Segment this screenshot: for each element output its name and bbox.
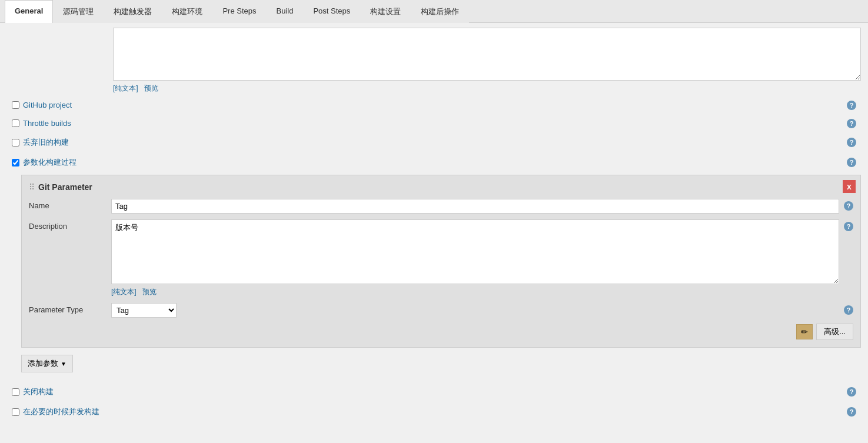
parameterize-build-help-icon[interactable]: ? (847, 158, 856, 167)
param-type-row: Parameter Type Tag Branch Revision Branc… (29, 303, 853, 318)
discard-old-label[interactable]: 丢弃旧的构建 (23, 137, 69, 148)
advanced-button[interactable]: 高级... (816, 324, 853, 340)
parameterize-build-checkbox[interactable] (12, 159, 19, 166)
git-parameter-close-button[interactable]: x (843, 180, 856, 193)
bottom-checkboxes: 关闭构建 ? 在必要的时候并发构建 ? (7, 382, 861, 422)
tab-post-build[interactable]: 构建后操作 (411, 0, 469, 23)
parameterize-build-label[interactable]: 参数化构建过程 (23, 157, 77, 168)
description-textarea[interactable] (111, 219, 839, 284)
param-type-field-wrap: Tag Branch Revision Branch or Tag (111, 303, 839, 318)
description-label: Description (29, 219, 111, 231)
git-parameter-header: ⠿ Git Parameter (29, 182, 853, 192)
github-project-label[interactable]: GitHub project (23, 101, 72, 109)
checkbox-row-parameterize: 参数化构建过程 ? (7, 152, 861, 172)
param-type-label: Parameter Type (29, 303, 111, 314)
close-build-help-icon[interactable]: ? (847, 387, 856, 397)
add-param-button[interactable]: 添加参数 ▼ (21, 355, 73, 372)
drag-handle-icon: ⠿ (29, 182, 35, 192)
tab-pre-steps[interactable]: Pre Steps (212, 0, 266, 23)
tab-build-triggers[interactable]: 构建触发器 (104, 0, 162, 23)
top-plain-text-link[interactable]: [纯文本] (113, 84, 138, 92)
close-build-label[interactable]: 关闭构建 (23, 387, 54, 397)
checkbox-row-github: GitHub project ? (7, 96, 861, 114)
tab-build-settings[interactable]: 构建设置 (360, 0, 411, 23)
top-preview-link[interactable]: 预览 (144, 84, 158, 92)
name-label: Name (29, 199, 111, 210)
github-project-checkbox[interactable] (12, 101, 19, 109)
throttle-builds-checkbox[interactable] (12, 119, 19, 127)
checkbox-row-concurrent-build: 在必要的时候并发构建 ? (7, 402, 861, 422)
name-input[interactable] (111, 199, 839, 214)
tab-post-steps[interactable]: Post Steps (303, 0, 360, 23)
add-param-label: 添加参数 (28, 358, 58, 369)
git-parameter-panel: ⠿ Git Parameter x Name ? Description [纯文… (21, 175, 861, 348)
checkbox-row-throttle: Throttle builds ? (7, 114, 861, 132)
throttle-builds-label[interactable]: Throttle builds (23, 119, 71, 128)
top-plain-preview-links: [纯文本] 预览 (113, 84, 861, 94)
throttle-builds-help-icon[interactable]: ? (847, 119, 856, 128)
github-project-help-icon[interactable]: ? (847, 101, 856, 110)
description-plain-text-link[interactable]: [纯文本] (111, 288, 137, 296)
git-param-footer: ✏ 高级... (29, 324, 853, 340)
tab-build[interactable]: Build (267, 0, 304, 23)
discard-old-checkbox[interactable] (12, 139, 19, 146)
top-description-textarea[interactable] (113, 28, 861, 81)
description-preview-link[interactable]: 预览 (142, 288, 157, 296)
description-help-icon[interactable]: ? (844, 222, 853, 231)
name-field-wrap (111, 199, 839, 214)
tab-bar: General 源码管理 构建触发器 构建环境 Pre Steps Build … (0, 0, 868, 23)
concurrent-build-label[interactable]: 在必要的时候并发构建 (23, 407, 99, 417)
param-type-select[interactable]: Tag Branch Revision Branch or Tag (111, 303, 177, 318)
description-plain-preview-links: [纯文本] 预览 (111, 287, 839, 297)
checkbox-row-discard: 丢弃旧的构建 ? (7, 132, 861, 152)
param-type-help-icon[interactable]: ? (844, 305, 853, 315)
concurrent-build-help-icon[interactable]: ? (847, 407, 856, 417)
concurrent-build-checkbox[interactable] (12, 408, 19, 416)
description-field-wrap: [纯文本] 预览 (111, 219, 839, 297)
close-build-checkbox[interactable] (12, 388, 19, 396)
checkbox-row-close-build: 关闭构建 ? (7, 382, 861, 402)
tab-general[interactable]: General (5, 0, 53, 23)
top-description-wrap: [纯文本] 预览 (113, 28, 861, 94)
git-parameter-title: Git Parameter (38, 182, 92, 192)
main-content: [纯文本] 预览 GitHub project ? Throttle build… (0, 23, 868, 435)
tab-build-env[interactable]: 构建环境 (162, 0, 212, 23)
add-param-dropdown-arrow-icon: ▼ (61, 361, 66, 367)
add-param-wrap: 添加参数 ▼ (21, 355, 861, 372)
pencil-button[interactable]: ✏ (796, 324, 813, 339)
name-help-icon[interactable]: ? (844, 201, 853, 211)
discard-old-help-icon[interactable]: ? (847, 138, 856, 147)
name-field-row: Name ? (29, 199, 853, 214)
tab-source-management[interactable]: 源码管理 (53, 0, 104, 23)
description-field-row: Description [纯文本] 预览 ? (29, 219, 853, 297)
